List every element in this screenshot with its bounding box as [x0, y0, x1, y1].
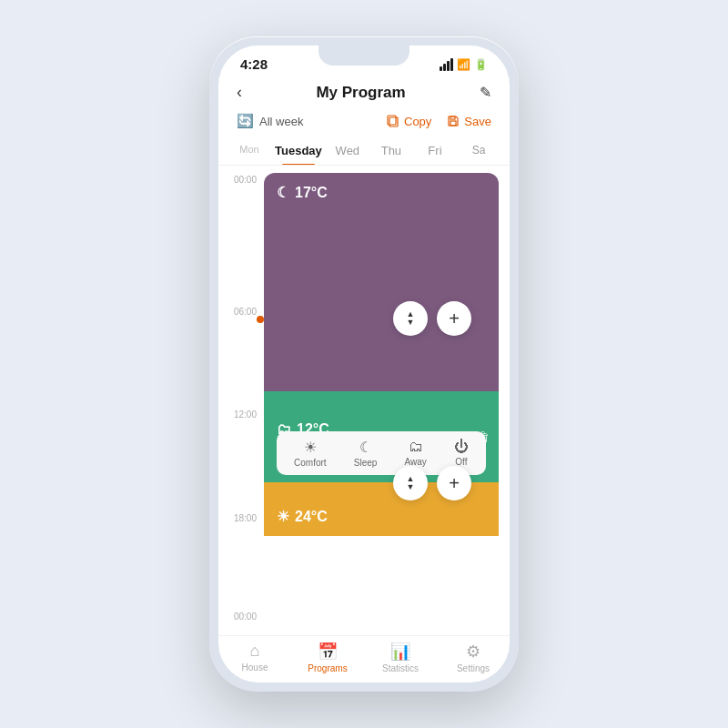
away-icon: 🗂 [409, 439, 423, 455]
chevron-down-icon-2: ▼ [407, 483, 415, 491]
nav-house[interactable]: ⌂ House [218, 642, 291, 673]
allweek-label: All week [259, 115, 303, 128]
status-icons: 📶 🔋 [440, 58, 488, 71]
sun-icon: ☀ [277, 508, 289, 525]
tab-thu[interactable]: Thu [369, 136, 413, 165]
sleep-icon: ☾ [359, 439, 372, 456]
time-06: 06:00 [234, 307, 257, 317]
mode-away[interactable]: 🗂 Away [404, 439, 426, 468]
phone-frame: 4:28 📶 🔋 ‹ My Program ✎ 🔄 All we [209, 36, 519, 692]
purple-temp-label: ☾ 17°C [277, 184, 328, 201]
save-label: Save [464, 115, 491, 128]
time-00-bottom: 00:00 [234, 612, 257, 622]
nav-settings-label: Settings [457, 663, 490, 673]
nav-settings[interactable]: ⚙ Settings [437, 642, 510, 673]
header: ‹ My Program ✎ [218, 76, 510, 109]
time-18: 18:00 [234, 513, 257, 523]
purple-controls: ▲ ▼ + [393, 301, 471, 336]
mode-sleep[interactable]: ☾ Sleep [354, 439, 378, 468]
time-12: 12:00 [234, 410, 257, 420]
notch [318, 46, 410, 66]
block-purple-night: ☾ 17°C ▲ ▼ + [264, 173, 499, 318]
settings-icon: ⚙ [466, 642, 480, 662]
orange-temp-label: ☀ 24°C [277, 508, 328, 525]
moon-icon: ☾ [277, 184, 289, 201]
battery-icon: 🔋 [474, 58, 488, 71]
copy-label: Copy [404, 115, 431, 128]
programs-icon: 📅 [318, 642, 338, 662]
sleep-label: Sleep [354, 458, 378, 468]
signal-icon [440, 58, 453, 71]
comfort-label: Comfort [294, 458, 327, 468]
mode-comfort[interactable]: ☀ Comfort [294, 439, 327, 468]
tab-fri[interactable]: Fri [413, 136, 457, 165]
orange-controls: ▲ ▼ + [393, 466, 471, 500]
tab-mon[interactable]: Mon [228, 136, 271, 165]
page-title: My Program [316, 84, 405, 102]
toolbar: 🔄 All week Copy Save [218, 109, 510, 136]
mode-off[interactable]: ⏻ Off [454, 439, 469, 468]
schedule-area: 00:00 06:00 12:00 18:00 00:00 ☾ 17°C [218, 166, 510, 635]
statistics-icon: 📊 [390, 642, 410, 662]
nav-statistics[interactable]: 📊 Statistics [364, 642, 437, 673]
edit-button[interactable]: ✎ [480, 84, 491, 101]
add-orange-block-button[interactable]: + [437, 466, 471, 500]
copy-button[interactable]: Copy [386, 114, 431, 128]
tab-tuesday[interactable]: Tuesday [271, 136, 326, 165]
copy-icon [386, 114, 400, 128]
adjust-orange-time-button[interactable]: ▲ ▼ [393, 466, 428, 500]
chevron-down-icon: ▼ [407, 318, 415, 327]
status-time: 4:28 [240, 56, 268, 72]
save-button[interactable]: Save [446, 114, 491, 128]
allweek-icon: 🔄 [237, 113, 254, 129]
off-icon: ⏻ [454, 439, 469, 455]
bottom-nav: ⌂ House 📅 Programs 📊 Statistics ⚙ Settin… [218, 635, 510, 682]
day-tabs: Mon Tuesday Wed Thu Fri Sa [218, 136, 510, 166]
nav-programs[interactable]: 📅 Programs [291, 642, 364, 673]
schedule-content: ☾ 17°C ▲ ▼ + [264, 173, 499, 628]
svg-rect-3 [450, 116, 455, 119]
tab-wed[interactable]: Wed [326, 136, 369, 165]
nav-house-label: House [242, 662, 268, 672]
time-dot-marker [257, 316, 264, 323]
svg-rect-2 [450, 121, 456, 126]
tab-sa[interactable]: Sa [457, 136, 500, 165]
block-orange-comfort: ▲ ▼ + ☀ 24°C [264, 482, 499, 536]
add-block-button[interactable]: + [437, 301, 471, 336]
comfort-icon: ☀ [304, 439, 317, 456]
phone-screen: 4:28 📶 🔋 ‹ My Program ✎ 🔄 All we [218, 46, 510, 682]
adjust-time-button[interactable]: ▲ ▼ [393, 301, 428, 336]
wifi-icon: 📶 [457, 58, 470, 71]
nav-statistics-label: Statistics [382, 663, 419, 673]
save-icon [446, 114, 460, 128]
time-00-top: 00:00 [234, 175, 257, 185]
allweek-toggle[interactable]: 🔄 All week [237, 113, 303, 129]
back-button[interactable]: ‹ [237, 83, 242, 102]
nav-programs-label: Programs [308, 663, 347, 673]
time-labels: 00:00 06:00 12:00 18:00 00:00 [218, 166, 264, 635]
house-icon: ⌂ [250, 642, 260, 661]
